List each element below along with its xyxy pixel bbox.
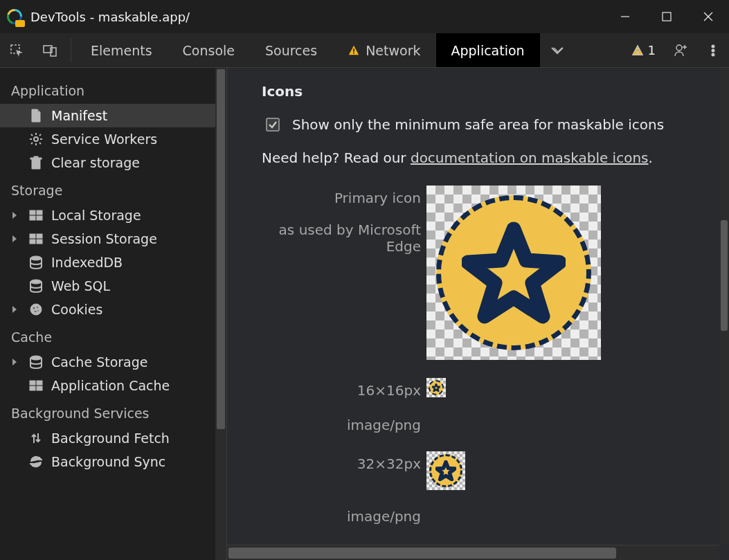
window-titlebar: DevTools - maskable.app/ — [0, 0, 729, 33]
window-title: DevTools - maskable.app/ — [30, 10, 190, 24]
warning-icon — [348, 44, 360, 57]
sidebar-item-web-sql[interactable]: Web SQL — [0, 274, 226, 298]
sidebar-item-background-sync[interactable]: Background Sync — [0, 450, 226, 473]
panel-heading: Icons — [262, 83, 701, 100]
panel-horizontal-scrollbar[interactable] — [227, 545, 719, 560]
icon-row-0-size: 16×16px — [262, 378, 421, 399]
gear-icon — [29, 132, 43, 146]
sidebar-item-label: Local Storage — [51, 208, 141, 223]
svg-point-14 — [712, 53, 714, 56]
maskable-docs-link[interactable]: documentation on maskable icons — [411, 150, 649, 166]
svg-point-34 — [30, 256, 42, 260]
icon-row-1-preview — [426, 451, 465, 490]
sync-icon — [29, 455, 43, 469]
svg-rect-6 — [51, 48, 56, 56]
edge-devtools-icon — [7, 9, 22, 24]
sidebar-section-application: Application — [0, 75, 226, 104]
sidebar-item-background-fetch[interactable]: Background Fetch — [0, 426, 226, 450]
sidebar-item-local-storage[interactable]: Local Storage — [0, 204, 226, 227]
sidebar-section-background-services: Background Services — [0, 397, 226, 426]
manifest-panel: Icons Show only the minimum safe area fo… — [227, 68, 729, 560]
file-icon — [29, 109, 43, 123]
svg-line-23 — [31, 143, 33, 144]
svg-rect-1 — [663, 12, 671, 21]
svg-point-37 — [33, 307, 35, 309]
sidebar-item-service-workers[interactable]: Service Workers — [0, 127, 226, 151]
tab-console[interactable]: Console — [168, 33, 250, 67]
sidebar-item-session-storage[interactable]: Session Storage — [0, 227, 226, 251]
window-close-button[interactable] — [687, 0, 729, 33]
sidebar-item-indexeddb[interactable]: IndexedDB — [0, 251, 226, 274]
help-text: Need help? Read our documentation on mas… — [262, 150, 701, 166]
table-icon — [29, 232, 43, 246]
svg-rect-28 — [30, 216, 35, 220]
svg-rect-27 — [37, 210, 42, 215]
window-maximize-button[interactable] — [646, 0, 687, 33]
svg-line-20 — [31, 134, 33, 136]
warnings-count: 1 — [648, 43, 656, 57]
feedback-button[interactable] — [665, 42, 697, 59]
maskable-safearea-checkbox[interactable] — [266, 118, 280, 132]
tab-elements[interactable]: Elements — [75, 33, 168, 67]
icon-row-1-mime: image/png — [262, 508, 421, 525]
star-icon — [432, 383, 440, 392]
svg-line-21 — [39, 143, 41, 144]
svg-rect-43 — [37, 381, 42, 385]
sidebar-item-manifest[interactable]: Manifest — [0, 104, 226, 127]
trash-icon — [29, 156, 43, 170]
svg-rect-25 — [34, 156, 38, 158]
expand-caret-icon — [12, 359, 17, 365]
svg-rect-29 — [37, 216, 42, 220]
svg-rect-30 — [30, 234, 35, 238]
panel-vertical-scrollbar[interactable] — [719, 68, 729, 545]
sidebar-item-label: Background Sync — [51, 454, 165, 469]
icon-row-0-preview — [426, 378, 446, 397]
tab-sources[interactable]: Sources — [250, 33, 332, 67]
db-icon — [29, 255, 43, 269]
sidebar-item-label: Session Storage — [51, 231, 157, 246]
sidebar-item-cookies[interactable]: Cookies — [0, 298, 226, 321]
svg-rect-26 — [30, 210, 35, 215]
sidebar-item-cache-storage[interactable]: Cache Storage — [0, 350, 226, 374]
svg-rect-32 — [30, 240, 35, 244]
star-icon — [435, 460, 456, 481]
sidebar-item-label: Cache Storage — [51, 354, 147, 370]
sidebar-scrollbar[interactable] — [215, 68, 226, 560]
warnings-indicator[interactable]: 1 — [622, 43, 665, 57]
svg-point-38 — [37, 307, 39, 309]
svg-point-35 — [30, 280, 42, 284]
devtools-toolbar: ElementsConsoleSourcesNetworkApplication… — [0, 33, 729, 68]
device-emulation-button[interactable] — [33, 43, 66, 58]
svg-point-40 — [37, 310, 39, 311]
svg-rect-7 — [353, 48, 354, 52]
svg-point-11 — [676, 45, 682, 51]
sidebar-item-label: Manifest — [51, 108, 107, 123]
expand-caret-icon — [12, 212, 17, 219]
primary-icon-label: Primary icon as used by Microsoft Edge — [262, 186, 421, 255]
tab-network[interactable]: Network — [332, 33, 435, 67]
settings-kebab-button[interactable] — [697, 44, 729, 57]
sidebar-item-application-cache[interactable]: Application Cache — [0, 374, 226, 397]
application-sidebar: ApplicationManifestService WorkersClear … — [0, 68, 227, 560]
svg-rect-45 — [37, 386, 42, 390]
db-icon — [29, 355, 43, 369]
inspect-element-button[interactable] — [0, 43, 33, 58]
maskable-safearea-label: Show only the minimum safe area for mask… — [292, 116, 664, 133]
sidebar-item-label: IndexedDB — [51, 255, 123, 270]
sidebar-item-label: Application Cache — [51, 378, 170, 393]
svg-line-22 — [39, 134, 41, 136]
svg-rect-33 — [37, 240, 42, 244]
icon-row-0-mime: image/png — [262, 417, 421, 433]
table-icon — [29, 208, 43, 222]
more-tabs-button[interactable] — [540, 33, 575, 67]
sidebar-item-label: Service Workers — [51, 132, 157, 147]
svg-point-36 — [30, 304, 42, 315]
svg-point-15 — [34, 137, 38, 141]
tab-application[interactable]: Application — [436, 33, 540, 67]
window-minimize-button[interactable] — [604, 0, 646, 33]
svg-point-41 — [30, 356, 42, 360]
star-icon — [462, 221, 566, 325]
sidebar-item-clear-storage[interactable]: Clear storage — [0, 151, 226, 174]
svg-rect-8 — [353, 52, 354, 53]
svg-point-39 — [35, 311, 37, 313]
